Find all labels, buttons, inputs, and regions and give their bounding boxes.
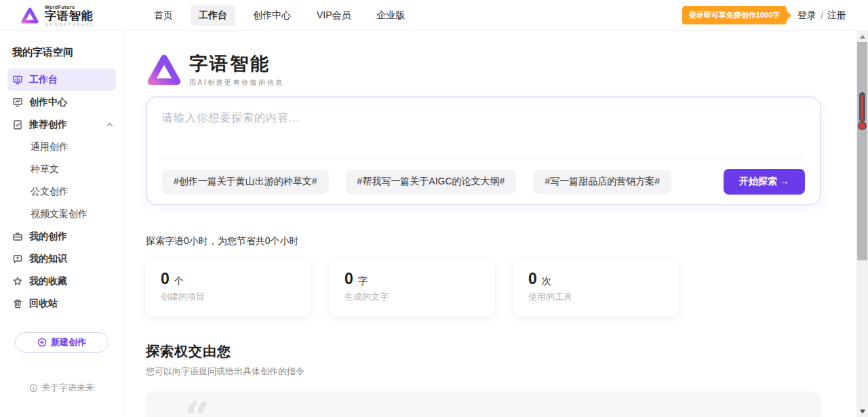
sidebar-item-label: 工作台 [29, 74, 58, 86]
hero-triangle-icon [146, 53, 182, 87]
stat-unit: 个 [174, 275, 184, 287]
stat-value: 0 [528, 270, 537, 288]
sidebar-item-recycle-bin[interactable]: 回收站 [0, 292, 123, 315]
sidebar-item-label: 回收站 [29, 298, 58, 310]
about-link[interactable]: 关于字语未来 [0, 382, 123, 394]
suggestion-chips: #创作一篇关于黄山出游的种草文# #帮我写一篇关于AIGC的论文大纲# #写一篇… [162, 169, 805, 195]
brand-name: 字语智能 [45, 10, 94, 22]
sidebar-item-recommended[interactable]: 推荐创作 [0, 113, 123, 136]
nav-item-creation-center[interactable]: 创作中心 [245, 5, 299, 26]
sidebar: 我的字语空间 工作台 创作中心 推荐创作 通用创作 种草文 公文创作 视频文案创 [0, 31, 124, 417]
scroll-down-button[interactable] [860, 410, 865, 414]
suggestion-chip-aigc[interactable]: #帮我写一篇关于AIGC的论文大纲# [346, 170, 517, 194]
chevron-up-icon[interactable] [106, 121, 114, 129]
start-explore-button[interactable]: 开始探索 → [724, 169, 805, 195]
trash-icon [12, 298, 23, 309]
hero-logo: 字语智能 用AI创造更有价值的信息 [146, 52, 821, 87]
stat-value: 0 [344, 270, 353, 288]
nav-item-home[interactable]: 首页 [146, 5, 181, 26]
sidebar-item-label: 我的知识 [29, 253, 67, 265]
prompt-divider [162, 159, 805, 159]
prompt-input[interactable] [162, 111, 805, 152]
stat-card-projects: 0 个 创建的项目 [146, 260, 311, 317]
scrollbar-track[interactable] [856, 31, 868, 417]
suggestion-chip-dessert[interactable]: #写一篇甜品店的营销方案# [533, 170, 671, 194]
about-label: 关于字语未来 [41, 382, 94, 394]
plus-circle-icon [37, 338, 47, 347]
sidebar-item-my-favorites[interactable]: 我的收藏 [0, 270, 123, 292]
scroll-up-button[interactable] [860, 35, 865, 39]
stat-label: 使用的工具 [528, 291, 663, 303]
register-link[interactable]: 注册 [827, 9, 846, 22]
sidebar-item-label: 我的创作 [29, 231, 67, 243]
stat-card-tools: 0 次 使用的工具 [513, 260, 678, 317]
sidebar-subitem-official-doc[interactable]: 公文创作 [0, 180, 123, 203]
scrollbar-thumb[interactable] [857, 42, 867, 260]
briefcase-icon [12, 231, 23, 242]
stat-label: 创建的项目 [161, 291, 296, 303]
sidebar-item-my-creations[interactable]: 我的创作 [0, 225, 123, 247]
brand-subtitle: 用AI创造更有价值的信息 [45, 23, 94, 26]
main-content: 字语智能 用AI创造更有价值的信息 #创作一篇关于黄山出游的种草文# #帮我写一… [124, 31, 856, 417]
top-navbar: WordFuture 字语智能 用AI创造更有价值的信息 首页 工作台 创作中心… [0, 0, 868, 31]
info-circle-icon [29, 384, 38, 393]
sidebar-item-workbench[interactable]: 工作台 [7, 68, 116, 91]
sidebar-item-my-knowledge[interactable]: 我的知识 [0, 247, 123, 270]
document-check-icon [12, 119, 23, 130]
monitor-icon [12, 75, 23, 85]
nav-item-enterprise[interactable]: 企业版 [369, 5, 414, 26]
prompt-card: #创作一篇关于黄山出游的种草文# #帮我写一篇关于AIGC的论文大纲# #写一篇… [146, 96, 821, 205]
auth-links: 登录 / 注册 [797, 9, 846, 22]
stat-card-words: 0 字 生成的文字 [330, 260, 494, 317]
sidebar-item-label: 我的收藏 [29, 275, 67, 287]
new-creation-label: 新建创作 [51, 336, 86, 349]
sidebar-subitem-video-copy[interactable]: 视频文案创作 [0, 203, 123, 225]
quote-icon: “ [185, 397, 210, 417]
thermometer-indicator [858, 92, 867, 130]
brand-logo[interactable]: WordFuture 字语智能 用AI创造更有价值的信息 [20, 5, 125, 26]
brand-triangle-icon [20, 7, 39, 24]
stat-value: 0 [161, 270, 170, 288]
explore-section-subtitle: 您可以向字语提问或给出具体创作的指令 [146, 365, 821, 378]
stat-cards: 0 个 创建的项目 0 字 生成的文字 0 次 使用的工具 [146, 260, 821, 317]
sidebar-heading: 我的字语空间 [0, 41, 123, 68]
stat-label: 生成的文字 [344, 291, 479, 303]
stats-summary: 探索字语0小时，为您节省共0个小时 [146, 235, 821, 247]
example-qa-card: “ 字语智能是什么? 嘿，帮我创作一篇北京出游攻略 [146, 391, 821, 417]
new-creation-button[interactable]: 新建创作 [15, 332, 108, 353]
suggestion-chip-huangshan[interactable]: #创作一篇关于黄山出游的种草文# [162, 170, 329, 194]
explore-section-title: 探索权交由您 [146, 342, 821, 361]
sidebar-item-label: 创作中心 [29, 96, 67, 108]
login-link[interactable]: 登录 [797, 9, 816, 22]
nav-item-vip[interactable]: VIP会员 [309, 5, 359, 26]
sidebar-item-creation-center[interactable]: 创作中心 [0, 91, 123, 113]
login-promo-badge[interactable]: 登录即可享免费创作1000字 [682, 6, 787, 24]
stat-unit: 字 [358, 275, 368, 287]
auth-divider: / [821, 10, 823, 21]
sidebar-item-label: 推荐创作 [29, 119, 67, 131]
question-bubble-icon [12, 254, 23, 264]
brand-wordmark: WordFuture [45, 5, 94, 9]
monitor-edit-icon [12, 97, 23, 108]
hero-brand-tagline: 用AI创造更有价值的信息 [189, 78, 283, 87]
nav-item-workbench[interactable]: 工作台 [191, 5, 235, 26]
star-icon [12, 276, 23, 287]
sidebar-subitem-seeding-article[interactable]: 种草文 [0, 158, 123, 180]
sidebar-subitem-general-creation[interactable]: 通用创作 [0, 136, 123, 158]
hero-brand-name: 字语智能 [189, 52, 283, 76]
main-nav: 首页 工作台 创作中心 VIP会员 企业版 [146, 5, 414, 26]
stat-unit: 次 [542, 275, 551, 287]
